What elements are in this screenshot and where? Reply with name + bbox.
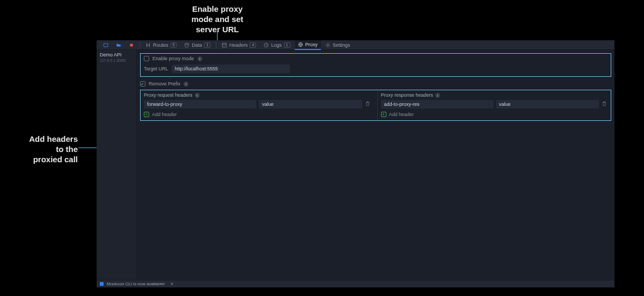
toolbar-open[interactable]	[113, 40, 125, 50]
proxy-headers-panels: Proxy request headers i + Add header	[140, 90, 611, 121]
svg-rect-1	[104, 43, 108, 46]
request-headers-panel: Proxy request headers i + Add header	[141, 90, 374, 120]
info-icon[interactable]: i	[197, 56, 202, 61]
tab-label: Logs	[271, 42, 282, 48]
response-headers-panel: Proxy response headers i + Add header	[377, 90, 611, 120]
tab-settings[interactable]: Settings	[322, 40, 354, 50]
tab-label: Data	[192, 42, 202, 48]
proxy-config-box: Enable proxy mode i Target URL	[140, 53, 611, 77]
tab-label: Routes	[153, 42, 169, 48]
routes-count: 5	[171, 42, 177, 48]
env-address: 127.0.0.1:3000/	[100, 59, 133, 62]
response-headers-title: Proxy response headers i	[381, 92, 608, 98]
gear-icon	[325, 42, 331, 48]
header-value-input[interactable]	[259, 100, 362, 109]
tab-headers[interactable]: Headers 4	[218, 40, 259, 50]
remove-prefix-checkbox[interactable]	[140, 81, 145, 86]
tab-label: Headers	[229, 42, 247, 48]
status-bar: Mockoon CLI is now available! ✕	[97, 280, 614, 287]
header-row	[381, 100, 608, 109]
proxy-pane: Enable proxy mode i Target URL Remove Pr…	[137, 50, 614, 280]
plus-icon: +	[381, 112, 386, 117]
top-toolbar: Routes 5 Data 1 Headers 4 Logs 1	[97, 40, 614, 50]
data-count: 1	[204, 42, 210, 48]
annotation-left: Add headersto theproxied call	[0, 134, 78, 164]
logs-icon	[264, 42, 269, 48]
header-key-input[interactable]	[381, 100, 494, 109]
headers-count: 4	[250, 42, 256, 48]
tab-label: Settings	[333, 42, 350, 48]
tab-data[interactable]: Data 1	[181, 40, 214, 50]
data-icon	[184, 42, 189, 48]
env-name[interactable]: Demo API	[100, 52, 133, 57]
toolbar-new-env[interactable]	[100, 40, 112, 50]
header-value-input[interactable]	[496, 100, 599, 109]
headers-icon	[222, 42, 227, 48]
enable-proxy-checkbox[interactable]	[144, 56, 149, 61]
proxy-icon	[298, 42, 303, 47]
request-headers-title: Proxy request headers i	[144, 92, 371, 98]
environments-sidebar: Demo API 127.0.0.1:3000/	[97, 50, 137, 280]
stop-icon	[129, 42, 134, 48]
tab-logs[interactable]: Logs 1	[260, 40, 293, 50]
tab-routes[interactable]: Routes 5	[142, 40, 180, 50]
header-row	[144, 100, 371, 109]
logs-count: 1	[284, 42, 290, 48]
add-header-label: Add header	[389, 112, 414, 117]
target-url-label: Target URL	[144, 66, 169, 71]
status-close-icon[interactable]: ✕	[170, 281, 174, 286]
info-icon[interactable]: i	[435, 93, 440, 98]
enable-proxy-label: Enable proxy mode	[152, 56, 194, 61]
toolbar-divider	[216, 42, 216, 48]
info-icon[interactable]: i	[195, 93, 200, 98]
svg-point-8	[327, 44, 328, 46]
remove-prefix-label: Remove Prefix	[149, 81, 180, 86]
toolbar-record[interactable]	[126, 40, 137, 50]
app-body: Demo API 127.0.0.1:3000/ Enable proxy mo…	[97, 50, 614, 280]
annotation-top: Enable proxymode and setserver URL	[166, 4, 268, 34]
add-header-label: Add header	[152, 112, 177, 117]
tab-proxy[interactable]: Proxy	[295, 40, 321, 50]
header-key-input[interactable]	[144, 100, 257, 109]
status-text[interactable]: Mockoon CLI is now available!	[107, 281, 165, 286]
plus-icon: +	[144, 112, 149, 117]
svg-rect-4	[223, 43, 227, 47]
delete-header-icon[interactable]	[364, 101, 371, 107]
status-indicator-icon	[100, 282, 104, 286]
add-response-header[interactable]: + Add header	[381, 112, 608, 117]
svg-point-3	[185, 43, 188, 45]
tab-label: Proxy	[305, 42, 318, 47]
routes-icon	[145, 42, 151, 48]
target-url-input[interactable]	[172, 64, 290, 73]
app-window: Routes 5 Data 1 Headers 4 Logs 1	[97, 40, 614, 287]
new-env-icon	[103, 42, 108, 48]
add-request-header[interactable]: + Add header	[144, 112, 371, 117]
delete-header-icon[interactable]	[601, 101, 608, 107]
info-icon[interactable]: i	[184, 82, 188, 86]
svg-rect-2	[130, 44, 133, 46]
toolbar-divider	[140, 42, 140, 48]
folder-icon	[116, 42, 121, 48]
